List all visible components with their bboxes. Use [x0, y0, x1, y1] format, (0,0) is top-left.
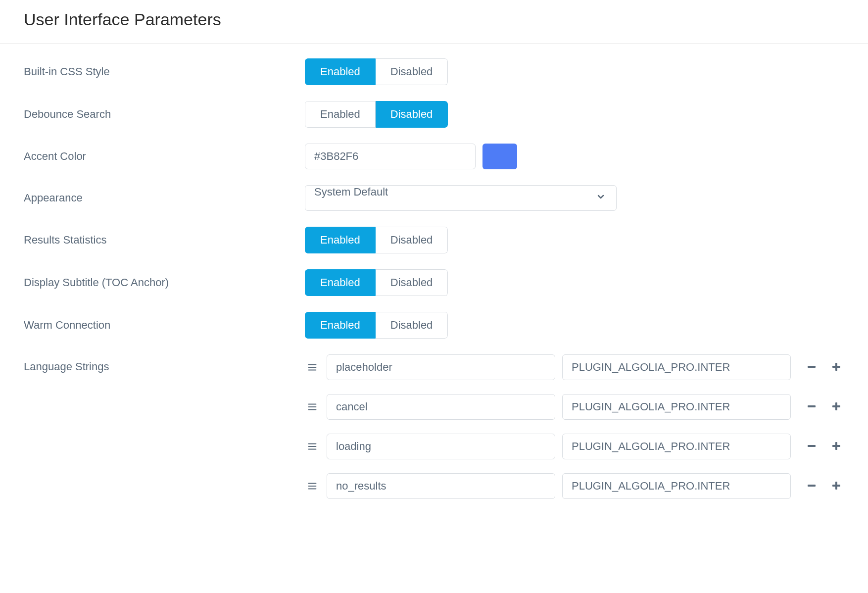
label-css-style: Built-in CSS Style [24, 65, 305, 78]
page-title: User Interface Parameters [0, 0, 868, 44]
drag-handle-icon[interactable] [305, 481, 320, 492]
display-subtitle-enabled-button[interactable]: Enabled [305, 269, 376, 296]
svg-rect-15 [808, 445, 816, 447]
add-row-button[interactable] [828, 438, 844, 455]
svg-rect-23 [835, 482, 837, 490]
drag-handle-icon[interactable] [305, 441, 320, 452]
language-string-key-input[interactable] [327, 354, 555, 380]
debounce-enabled-button[interactable]: Enabled [305, 101, 376, 128]
svg-rect-21 [808, 485, 816, 487]
label-language-strings: Language Strings [24, 354, 305, 373]
language-string-row [305, 354, 844, 380]
warm-connection-disabled-button[interactable]: Disabled [376, 312, 448, 339]
add-row-button[interactable] [828, 478, 844, 495]
language-string-key-input[interactable] [327, 394, 555, 420]
label-debounce: Debounce Search [24, 108, 305, 121]
minus-icon [806, 400, 818, 414]
svg-rect-3 [808, 366, 816, 368]
toggle-warm-connection: Enabled Disabled [305, 312, 448, 339]
language-string-row [305, 473, 844, 499]
svg-rect-5 [835, 363, 837, 371]
remove-row-button[interactable] [804, 359, 820, 376]
language-string-row [305, 434, 844, 459]
warm-connection-enabled-button[interactable]: Enabled [305, 312, 376, 339]
minus-icon [806, 440, 818, 453]
toggle-debounce: Enabled Disabled [305, 101, 448, 128]
display-subtitle-disabled-button[interactable]: Disabled [376, 269, 448, 296]
plus-icon [830, 440, 842, 453]
label-results-stats: Results Statistics [24, 234, 305, 247]
svg-rect-9 [808, 405, 816, 407]
plus-icon [830, 400, 842, 414]
results-stats-disabled-button[interactable]: Disabled [376, 227, 448, 253]
svg-rect-11 [835, 402, 837, 410]
language-string-value-input[interactable] [562, 354, 791, 380]
toggle-css-style: Enabled Disabled [305, 58, 448, 85]
plus-icon [830, 480, 842, 493]
css-style-disabled-button[interactable]: Disabled [376, 58, 448, 85]
minus-icon [806, 480, 818, 493]
results-stats-enabled-button[interactable]: Enabled [305, 227, 376, 253]
svg-rect-17 [835, 442, 837, 450]
css-style-enabled-button[interactable]: Enabled [305, 58, 376, 85]
language-string-value-input[interactable] [562, 434, 791, 459]
remove-row-button[interactable] [804, 478, 820, 495]
appearance-select[interactable]: System Default [305, 185, 617, 211]
accent-color-swatch[interactable] [482, 144, 517, 169]
debounce-disabled-button[interactable]: Disabled [376, 101, 448, 128]
language-string-value-input[interactable] [562, 394, 791, 420]
language-string-key-input[interactable] [327, 473, 555, 499]
add-row-button[interactable] [828, 359, 844, 376]
language-string-value-input[interactable] [562, 473, 791, 499]
remove-row-button[interactable] [804, 438, 820, 455]
drag-handle-icon[interactable] [305, 401, 320, 412]
drag-handle-icon[interactable] [305, 362, 320, 373]
language-string-key-input[interactable] [327, 434, 555, 459]
label-warm-connection: Warm Connection [24, 319, 305, 332]
minus-icon [806, 361, 818, 374]
toggle-display-subtitle: Enabled Disabled [305, 269, 448, 296]
remove-row-button[interactable] [804, 398, 820, 416]
toggle-results-stats: Enabled Disabled [305, 227, 448, 253]
plus-icon [830, 361, 842, 374]
label-display-subtitle: Display Subtitle (TOC Anchor) [24, 276, 305, 289]
label-accent: Accent Color [24, 150, 305, 163]
add-row-button[interactable] [828, 398, 844, 416]
accent-color-input[interactable] [305, 144, 476, 169]
language-string-row [305, 394, 844, 420]
label-appearance: Appearance [24, 192, 305, 204]
